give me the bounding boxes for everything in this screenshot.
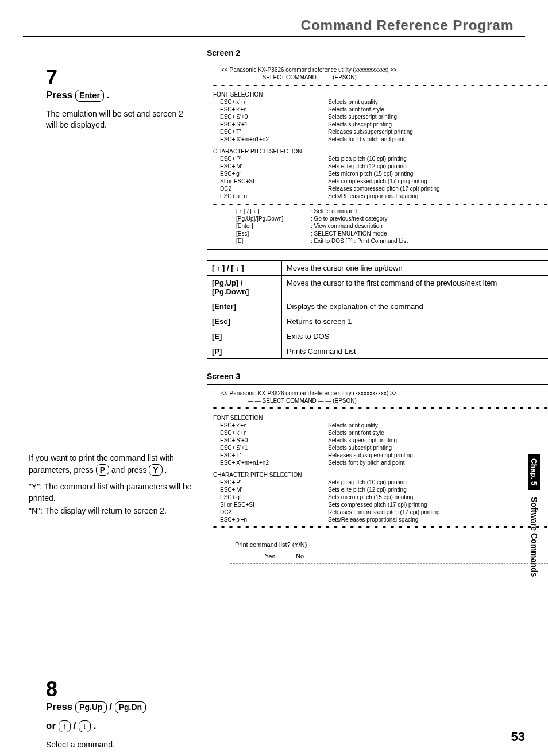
command-row: ESC+'x'+nSelects print quality [213, 98, 548, 106]
row-desc: : View command description [311, 222, 548, 230]
row-key: ESC+'p'+n [213, 192, 328, 200]
row-desc: Sets micron pitch (15 cpi) printing [328, 493, 548, 501]
desc-cell: Exits to DOS [282, 329, 549, 344]
row-desc: Releases compressed pitch (17 cpi) print… [328, 185, 548, 192]
row-desc: Releases compressed pitch (17 cpi) print… [328, 508, 548, 516]
text-y: "Y": The command list with parameters wi… [29, 481, 213, 504]
row-key: ESC+'k'+n [213, 429, 328, 437]
step-number: 7 [46, 65, 63, 90]
command-row: ESC+'g'Sets micron pitch (15 cpi) printi… [213, 493, 548, 501]
screen2-label: Screen 2 [207, 48, 548, 57]
page-number: 53 [511, 730, 525, 745]
row-desc: Sets micron pitch (15 cpi) printing [328, 170, 548, 178]
key-cell: [Enter] [207, 299, 282, 314]
row-key: ESC+'k'+n [213, 106, 328, 113]
row-desc: Selects print font style [328, 429, 548, 437]
table-row: [P]Prints Command List [207, 344, 549, 359]
row-key: ESC+'x'+n [213, 98, 328, 106]
row-desc: Sets/Releases proportional spacing [328, 192, 548, 200]
row-key: SI or ESC+SI [213, 501, 328, 508]
command-row: ESC+'X'+m+n1+n2Selects font by pitch and… [213, 459, 548, 466]
step-desc: The emulation will be set and screen 2 w… [46, 109, 195, 131]
step-title-line2: or ↑ / ↓ . [46, 720, 195, 732]
step-desc: Select a command. [46, 739, 195, 751]
row-key: ESC+'X'+m+n1+n2 [213, 459, 328, 466]
command-row: ESC+'p'+nSets/Releases proportional spac… [213, 192, 548, 200]
row-desc: Selects print font style [328, 106, 548, 113]
table-row: [Pg.Up] / [Pg.Down]Moves the cursor to t… [207, 276, 549, 299]
desc-cell: Returns to screen 1 [282, 314, 549, 329]
row-key: DC2 [213, 185, 328, 192]
row-key: ESC+'P' [213, 479, 328, 486]
screen3-box: << Panasonic KX-P3626 command reference … [207, 384, 548, 573]
row-key: [Pg.Up]/[Pg.Down] [236, 215, 311, 222]
table-row: [E]Exits to DOS [207, 329, 549, 344]
row-desc: Sets pica pitch (10 cpi) printing [328, 155, 548, 163]
table-row: [ ↑ ] / [ ↓ ]Moves the cursor one line u… [207, 261, 549, 276]
row-key: ESC+'X'+m+n1+n2 [213, 136, 328, 143]
page-header-title: Command Reference Program [23, 17, 514, 33]
command-row: ESC+'k'+nSelects print font style [213, 106, 548, 113]
keycap-pgdn: Pg.Dn [115, 701, 146, 713]
command-row: ESC+'S'+1Selects subscript printing [213, 444, 548, 452]
row-key: ESC+'S'+0 [213, 437, 328, 444]
row-desc: Sets elite pitch (12 cpi) printing [328, 163, 548, 170]
chapter-tab: Chap. 5 [528, 454, 540, 490]
row-key: [Enter] [236, 222, 311, 230]
text: / [73, 720, 78, 731]
header-rule [23, 36, 525, 37]
command-row: SI or ESC+SISets compressed pitch (17 cp… [213, 501, 548, 508]
prompt-no: No [296, 553, 304, 560]
text: . [94, 720, 97, 731]
row-desc: Selects font by pitch and point [328, 459, 548, 466]
key-cell: [Pg.Up] / [Pg.Down] [207, 276, 282, 299]
text: / [109, 701, 114, 712]
row-desc: Selects font by pitch and point [328, 136, 548, 143]
keycap-y: Y [149, 464, 162, 476]
row-key: ESC+'x'+n [213, 422, 328, 429]
section-tab: Software Commands [528, 495, 540, 579]
command-row: ESC+'p'+nSets/Releases proportional spac… [213, 516, 548, 523]
row-key: ESC+'M' [213, 163, 328, 170]
desc-cell: Moves the cursor to the first command of… [282, 276, 549, 299]
command-row: ESC+'S'+0Selects superscript printing [213, 437, 548, 444]
key-cell: [E] [207, 329, 282, 344]
keycap-pgup: Pg.Up [75, 701, 106, 713]
help-row: [Pg.Up]/[Pg.Down]: Go to previous/next c… [213, 215, 548, 222]
row-key: SI or ESC+SI [213, 178, 328, 185]
row-desc: Sets pica pitch (10 cpi) printing [328, 479, 548, 486]
pitch-section-head: CHARACTER PITCH SELECTION [213, 148, 548, 155]
screen2-box: << Panasonic KX-P3626 command reference … [207, 61, 548, 250]
keycap-enter: Enter [75, 90, 104, 102]
side-tabs: Chap. 5 Software Commands [528, 454, 540, 579]
command-row: ESC+'X'+m+n1+n2Selects font by pitch and… [213, 136, 548, 143]
row-key: [ ↑ ] / [ ↓ ] [236, 207, 311, 215]
row-key: ESC+'S'+0 [213, 113, 328, 121]
row-key: ESC+'g' [213, 493, 328, 501]
row-desc: Selects subscript printing [328, 444, 548, 452]
row-desc: Selects subscript printing [328, 121, 548, 128]
desc-cell: Prints Command List [282, 344, 549, 359]
help-row: [E]: Exit to DOS [P] : Print Command Lis… [213, 237, 548, 245]
prompt-text: Print command list? (Y/N) [230, 539, 548, 550]
row-key: ESC+'S'+1 [213, 444, 328, 452]
step-number: 8 [46, 677, 63, 701]
screen-head2: — — SELECT COMMAND — — (EPSON) [213, 397, 548, 404]
command-row: ESC+'P'Sets pica pitch (10 cpi) printing [213, 155, 548, 163]
desc-cell: Moves the cursor one line up/down [282, 261, 549, 276]
row-key: ESC+'p'+n [213, 516, 328, 523]
print-prompt-box: Print command list? (Y/N) Yes No [225, 533, 548, 568]
help-row: [ ↑ ] / [ ↓ ]: Select command [213, 207, 548, 215]
help-row: [Esc]: SELECT EMULATION mode [213, 230, 548, 237]
help-row: [Enter]: View command description [213, 222, 548, 230]
table-row: [Esc]Returns to screen 1 [207, 314, 549, 329]
row-desc: Sets compressed pitch (17 cpi) printing [328, 501, 548, 508]
divider: = = = = = = = = = = = = = = = = = = = = … [213, 200, 548, 207]
text: or [46, 720, 59, 731]
keycap-down: ↓ [79, 720, 91, 732]
screen3-label: Screen 3 [207, 372, 548, 381]
command-row: ESC+'x'+nSelects print quality [213, 422, 548, 429]
step-7: 7 Press Enter . The emulation will be se… [46, 65, 195, 131]
command-row: ESC+'T'Releases sub/superscript printing [213, 452, 548, 459]
row-desc: Selects print quality [328, 422, 548, 429]
